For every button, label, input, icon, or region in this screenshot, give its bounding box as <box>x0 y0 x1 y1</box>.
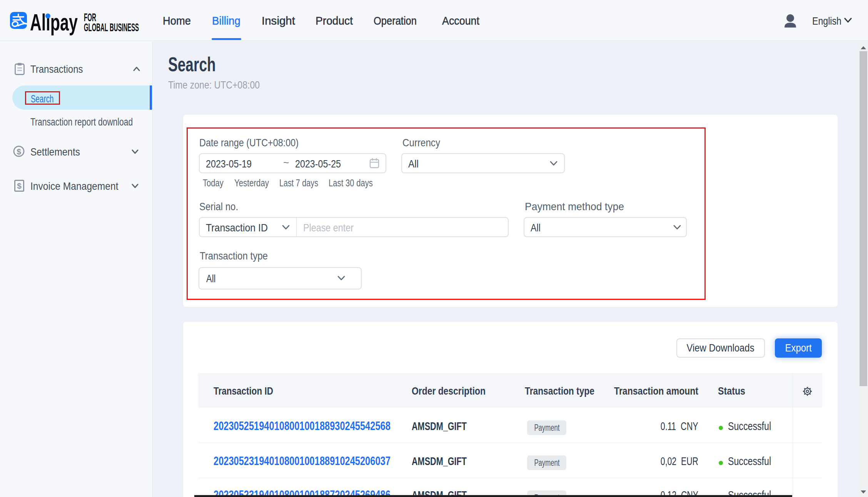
svg-text:$: $ <box>17 181 22 190</box>
svg-text:$: $ <box>17 147 21 156</box>
